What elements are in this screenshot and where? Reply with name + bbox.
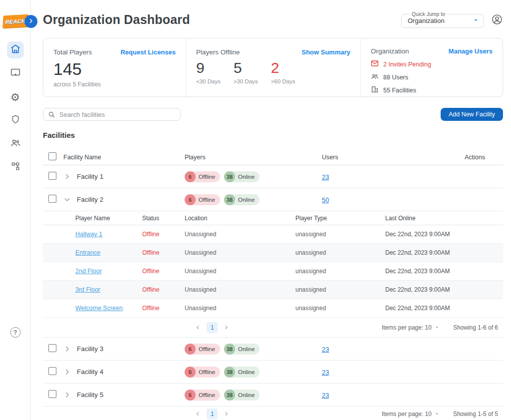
- page-title: Organization Dashboard: [43, 12, 190, 27]
- next-page-icon[interactable]: [224, 325, 229, 330]
- player-status: Offline: [142, 249, 185, 256]
- request-licenses-link[interactable]: Request Licenses: [120, 48, 176, 56]
- sidebar-item-security[interactable]: [7, 112, 24, 129]
- facility-row: Facility 5 6Offline 38Online 23: [43, 384, 503, 407]
- quick-jump-select[interactable]: Quick Jump to Organization: [401, 11, 484, 28]
- players-table-header: Player Name Status Location Player Type …: [43, 211, 503, 225]
- players-offline-section: Players Offline Show Summary 9 <30 Days …: [186, 38, 361, 96]
- chevron-right-icon: [28, 17, 34, 26]
- users-count-link[interactable]: 23: [322, 346, 329, 353]
- row-checkbox[interactable]: [48, 390, 56, 398]
- add-new-facility-button[interactable]: Add New Facility: [441, 108, 503, 121]
- col-users: Users: [322, 154, 449, 161]
- items-per-page-select[interactable]: Items per page: 10: [382, 324, 439, 331]
- showing-range-text: Showing 1-6 of 6: [453, 324, 498, 331]
- player-status: Offline: [142, 286, 185, 293]
- prev-page-icon[interactable]: [195, 325, 201, 330]
- app-window: REACH ⚙: [0, 0, 511, 420]
- help-button[interactable]: ?: [10, 327, 20, 338]
- bucket-value: 5: [234, 59, 258, 77]
- show-summary-link[interactable]: Show Summary: [301, 48, 350, 56]
- row-checkbox[interactable]: [48, 172, 56, 180]
- player-status: Offline: [142, 231, 185, 238]
- player-name-link[interactable]: Welcome Screen: [75, 305, 123, 312]
- reach-logo-text: REACH: [5, 17, 26, 24]
- player-status: Offline: [142, 305, 185, 312]
- bucket-value: 9: [196, 59, 221, 77]
- player-name-link[interactable]: 3rd Floor: [75, 286, 100, 293]
- expand-chevron-icon[interactable]: [63, 391, 71, 399]
- users-count-link[interactable]: 50: [322, 196, 329, 204]
- users-count-text: 88 Users: [383, 74, 408, 81]
- player-name-link[interactable]: Hallway 1: [75, 231, 102, 238]
- gear-icon: ⚙: [10, 92, 20, 102]
- player-name-link[interactable]: Entrance: [75, 249, 100, 256]
- col-status: Status: [142, 215, 185, 222]
- col-actions: Actions: [449, 154, 503, 161]
- facilities-table-header: Facility Name Players Users Actions: [43, 149, 503, 165]
- sidebar-item-settings[interactable]: ⚙: [7, 88, 24, 105]
- player-row: Welcome Screen Offline Unassigned unassi…: [43, 299, 503, 318]
- sidebar-item-users[interactable]: [7, 135, 24, 152]
- users-count-link[interactable]: 23: [322, 369, 329, 376]
- users-count-link[interactable]: 23: [322, 392, 329, 399]
- main-content: Organization Dashboard Quick Jump to Org…: [31, 0, 511, 420]
- facilities-table: Facility Name Players Users Actions Faci…: [43, 149, 503, 420]
- page-number-button[interactable]: 1: [207, 322, 218, 333]
- sidebar-item-displays[interactable]: [7, 65, 24, 82]
- facility-row: Facility 3 6Offline 38Online 23: [43, 338, 503, 361]
- dropdown-caret-icon: [473, 16, 479, 25]
- player-last-online: Dec 22nd, 2023 9:00AM: [385, 249, 503, 256]
- bucket-label: >30 Days: [234, 78, 258, 84]
- building-icon: [371, 85, 379, 95]
- items-per-page-label: Items per page: 10: [382, 411, 432, 418]
- account-button[interactable]: [491, 13, 503, 25]
- sidebar-toggle-button[interactable]: [24, 15, 37, 28]
- bucket-label: >60 Days: [271, 78, 295, 84]
- facilities-count-item: 55 Facilities: [371, 85, 493, 95]
- sidebar-item-home[interactable]: [7, 41, 24, 58]
- items-per-page-select[interactable]: Items per page: 10: [382, 411, 439, 418]
- org-chart-icon: [10, 161, 20, 173]
- sidebar: REACH ⚙: [0, 0, 31, 420]
- offline-bucket: 9 <30 Days: [196, 59, 221, 84]
- player-name-link[interactable]: 2nd Floor: [75, 268, 102, 275]
- prev-page-icon[interactable]: [195, 411, 201, 417]
- online-badge: 38Online: [224, 344, 259, 355]
- player-row: 3rd Floor Offline Unassigned unassigned …: [43, 281, 503, 299]
- col-location: Location: [185, 215, 295, 222]
- row-checkbox[interactable]: [48, 367, 56, 375]
- player-location: Unassigned: [185, 249, 295, 256]
- shield-icon: [10, 114, 20, 126]
- facility-row: Facility 1 6Offline 38Online 23: [43, 165, 503, 188]
- select-all-checkbox[interactable]: [48, 152, 56, 160]
- player-status: Offline: [142, 268, 185, 275]
- bucket-label: <30 Days: [196, 78, 221, 84]
- player-location: Unassigned: [185, 305, 295, 312]
- player-type: unassigned: [295, 305, 385, 312]
- search-input[interactable]: [43, 108, 181, 121]
- page-number-button[interactable]: 1: [207, 409, 218, 420]
- expand-chevron-icon[interactable]: [63, 368, 71, 376]
- caret-down-icon: [435, 325, 439, 330]
- home-icon: [10, 43, 21, 56]
- expand-chevron-icon[interactable]: [63, 173, 71, 180]
- users-count-link[interactable]: 23: [322, 173, 329, 181]
- online-badge: 38Online: [224, 367, 259, 378]
- next-page-icon[interactable]: [224, 411, 229, 417]
- row-checkbox[interactable]: [48, 195, 56, 203]
- row-checkbox[interactable]: [48, 344, 56, 352]
- col-last-online: Last Online: [385, 215, 503, 222]
- player-row: Entrance Offline Unassigned unassigned D…: [43, 244, 503, 262]
- invites-pending-text: 2 Invites Pending: [383, 61, 431, 68]
- expand-chevron-icon[interactable]: [63, 345, 71, 353]
- col-player-type: Player Type: [295, 215, 385, 222]
- facilities-count-text: 55 Facilities: [383, 87, 416, 94]
- manage-users-link[interactable]: Manage Users: [449, 47, 493, 55]
- sidebar-item-org-chart[interactable]: [7, 159, 24, 176]
- offline-badge: 6Offline: [185, 390, 220, 401]
- player-location: Unassigned: [185, 268, 295, 275]
- offline-badge: 6Offline: [185, 171, 220, 182]
- total-players-sub: across 5 Facilities: [53, 81, 176, 88]
- collapse-chevron-icon[interactable]: [63, 196, 71, 203]
